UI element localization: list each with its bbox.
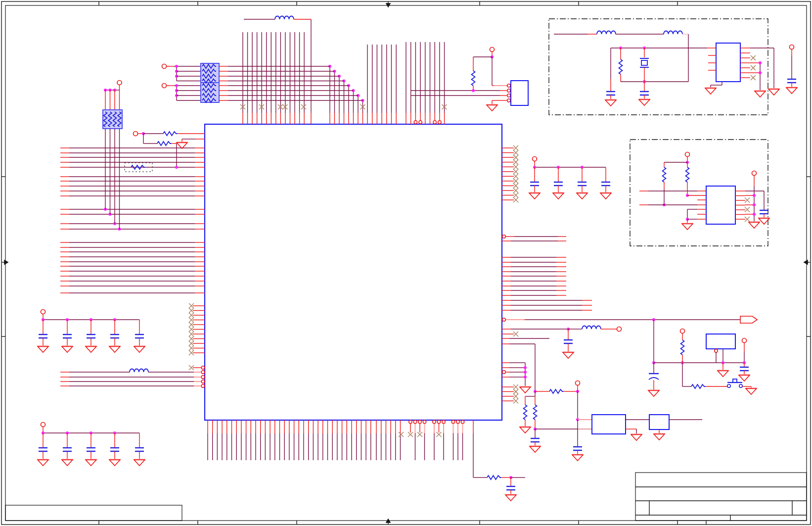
pin-circle — [461, 420, 464, 423]
capacitor[interactable] — [787, 79, 796, 83]
no-connect-x — [745, 207, 750, 212]
capacitor[interactable] — [740, 367, 749, 371]
power-pin[interactable] — [41, 423, 45, 427]
resistor[interactable] — [686, 167, 689, 182]
secondary-ic[interactable] — [706, 186, 735, 224]
no-connect-x — [513, 155, 518, 160]
junction-dot — [759, 71, 762, 74]
capacitor[interactable] — [640, 92, 649, 95]
ground-symbol — [786, 88, 797, 94]
resistor[interactable] — [691, 384, 705, 388]
pin-circle — [418, 420, 421, 423]
ground-symbol — [639, 99, 650, 105]
capacitor[interactable] — [564, 340, 573, 343]
resistor[interactable] — [157, 142, 171, 145]
capacitor[interactable] — [110, 335, 119, 338]
power-pin[interactable] — [490, 48, 495, 52]
resistor[interactable] — [472, 71, 475, 86]
osc-ic[interactable] — [716, 43, 740, 82]
no-connect-x — [751, 55, 756, 60]
inductor[interactable] — [130, 369, 148, 373]
capacitor[interactable] — [506, 486, 515, 490]
resistor[interactable] — [163, 132, 177, 136]
inductor[interactable] — [275, 16, 294, 20]
power-pin[interactable] — [752, 171, 757, 176]
title-block[interactable] — [635, 473, 807, 521]
no-connect-x — [513, 389, 518, 394]
resistor[interactable] — [681, 340, 684, 355]
capacitor[interactable] — [554, 182, 563, 186]
capacitor[interactable] — [573, 447, 582, 450]
capacitor[interactable] — [601, 182, 610, 186]
power-pin[interactable] — [742, 338, 747, 343]
junction-dot — [175, 65, 178, 68]
resistor[interactable] — [549, 389, 563, 393]
capacitor[interactable] — [110, 448, 119, 451]
ground-symbol — [520, 427, 531, 433]
pin-circle — [502, 318, 505, 321]
pin-circle — [451, 420, 454, 423]
power-pin[interactable] — [617, 327, 622, 332]
pin-circle — [507, 94, 510, 97]
no-connect-x — [513, 164, 518, 169]
power-pin[interactable] — [790, 45, 794, 49]
resistor[interactable] — [487, 476, 501, 479]
button-terminal[interactable] — [739, 384, 742, 387]
power-pin[interactable] — [685, 152, 690, 157]
crystal[interactable] — [641, 60, 647, 65]
capacitor[interactable] — [63, 335, 72, 338]
pin-circle — [433, 121, 436, 124]
resistor[interactable] — [534, 405, 537, 420]
power-pin[interactable] — [576, 381, 580, 385]
no-connect-x — [437, 432, 442, 437]
main-ic[interactable] — [205, 124, 502, 420]
no-connect-x — [513, 174, 518, 179]
no-connect-x — [751, 75, 756, 80]
no-connect-x — [745, 217, 750, 222]
power-pin[interactable] — [117, 81, 122, 85]
capacitor[interactable] — [39, 335, 47, 338]
capacitor[interactable] — [39, 448, 47, 451]
no-connect-x — [751, 65, 756, 70]
pin-circle — [413, 420, 416, 423]
button-terminal[interactable] — [727, 384, 730, 387]
capacitor[interactable] — [87, 448, 95, 451]
capacitor[interactable] — [63, 448, 72, 451]
inductor[interactable] — [582, 326, 601, 330]
inductor[interactable] — [597, 31, 616, 35]
capacitor[interactable] — [135, 448, 144, 451]
connector-4pin[interactable] — [511, 81, 528, 105]
power-pin[interactable] — [162, 84, 167, 88]
capacitor[interactable] — [530, 182, 539, 186]
resistor[interactable] — [524, 405, 527, 420]
resistor[interactable] — [663, 167, 666, 182]
capacitor[interactable] — [760, 210, 768, 214]
resistor[interactable] — [619, 59, 623, 74]
no-connect-x — [513, 169, 518, 174]
frame-arrow-bottom — [386, 519, 390, 523]
supervisor-ic[interactable] — [706, 334, 735, 349]
capacitor[interactable] — [606, 92, 615, 95]
regulator-ic-2[interactable] — [649, 415, 669, 430]
off-page-connector[interactable] — [740, 316, 757, 323]
junction-dot — [753, 194, 756, 197]
power-pin[interactable] — [41, 310, 45, 314]
polarized-capacitor[interactable] — [649, 374, 659, 380]
capacitor[interactable] — [87, 335, 95, 338]
power-pin[interactable] — [680, 329, 685, 334]
power-pin[interactable] — [134, 132, 138, 136]
capacitor[interactable] — [135, 335, 144, 338]
power-pin[interactable] — [162, 64, 167, 69]
ground-symbol — [631, 434, 642, 440]
capacitor[interactable] — [531, 438, 540, 442]
ground-symbol — [563, 352, 574, 358]
pin-circle — [414, 121, 417, 124]
pin-circle — [419, 121, 422, 124]
regulator-ic-1[interactable] — [592, 415, 626, 434]
no-connect-x — [513, 197, 518, 202]
ground-symbol — [134, 346, 145, 352]
power-pin[interactable] — [533, 157, 537, 161]
inductor[interactable] — [664, 31, 682, 35]
pin-circle — [437, 420, 440, 423]
capacitor[interactable] — [578, 182, 586, 186]
